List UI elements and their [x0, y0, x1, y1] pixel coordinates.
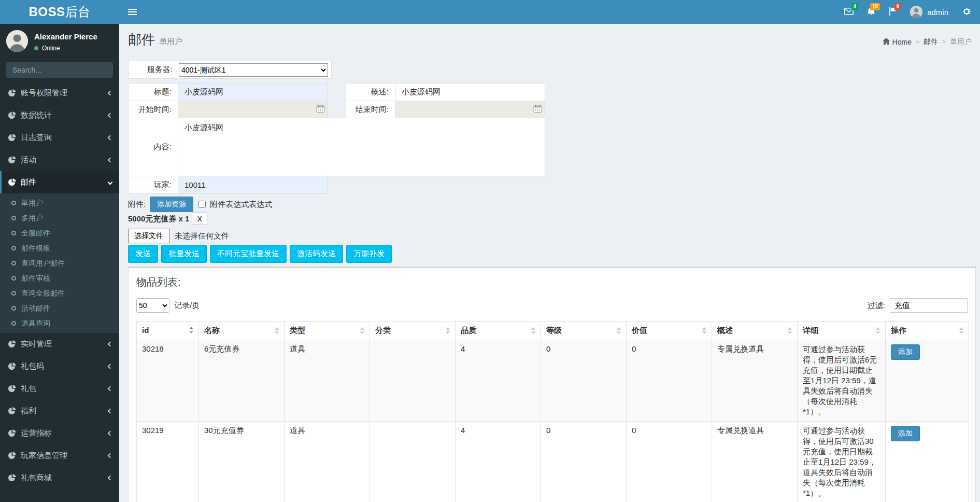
column-header-6[interactable]: 价值 [627, 322, 712, 340]
column-header-5[interactable]: 等级 [541, 322, 627, 340]
chevron-left-icon [108, 431, 113, 436]
cell-detail: 可通过参与活动获得，使用后可激活30元充值，使用日期截止至1月12日 23:59… [798, 422, 886, 502]
pie-chart-icon [8, 474, 16, 482]
sidebar-subitem-all-server-mail[interactable]: 全服邮件 [0, 226, 119, 241]
send-button[interactable]: 发送 [128, 245, 158, 263]
diff-ingot-batch-send-button[interactable]: 不同元宝批量发送 [210, 245, 287, 263]
sidebar-search [6, 62, 113, 78]
page-header: 邮件单用户 [128, 31, 182, 49]
start-time-label: 开始时间: [128, 101, 178, 118]
sidebar-subitem-item-query[interactable]: 道具查询 [0, 316, 119, 331]
search-input[interactable] [6, 62, 112, 78]
column-header-4[interactable]: 品质 [456, 322, 541, 340]
sidebar-subitem-query-user-mail[interactable]: 查询用户邮件 [0, 256, 119, 271]
sidebar-item-realtime-management[interactable]: 实时管理 [0, 333, 119, 355]
add-item-button[interactable]: 添加 [891, 426, 920, 441]
online-status-dot [34, 46, 38, 50]
breadcrumb-item-1[interactable]: 邮件 [924, 37, 938, 47]
title-input[interactable] [178, 83, 328, 101]
sidebar-item-gift-code[interactable]: 礼包码 [0, 355, 119, 378]
sidebar-item-gift-mall[interactable]: 礼包商城 [0, 467, 119, 489]
remove-attachment-button[interactable]: X [192, 213, 207, 225]
sidebar-toggle-button[interactable] [119, 0, 145, 24]
sidebar-item-log-query[interactable]: 日志查询 [0, 127, 119, 149]
sidebar-subitem-query-all-server-mail[interactable]: 查询全服邮件 [0, 286, 119, 301]
sidebar-subitem-label: 单用户 [21, 199, 43, 208]
sidebar-item-account-permission[interactable]: 账号权限管理 [0, 82, 119, 104]
cell-type: 道具 [285, 422, 370, 502]
sidebar-item-mail[interactable]: 邮件 [0, 171, 119, 193]
add-item-button[interactable]: 添加 [891, 344, 920, 360]
notifications-button[interactable]: 10 [860, 0, 882, 24]
cell-value: 0 [627, 422, 712, 502]
circle-icon [11, 321, 16, 326]
search-button[interactable] [112, 62, 113, 78]
chevron-left-icon [108, 342, 113, 347]
start-time-input[interactable] [178, 101, 328, 118]
column-header-8[interactable]: 详细 [798, 322, 886, 340]
gears-icon [962, 7, 971, 18]
breadcrumb-item-0[interactable]: Home [883, 38, 912, 46]
sidebar-subitem-mail-review[interactable]: 邮件审核 [0, 271, 119, 286]
cell-quality: 4 [456, 340, 541, 422]
add-resource-button[interactable]: 添加资源 [150, 197, 193, 212]
choose-file-button[interactable]: 选择文件 [128, 229, 169, 243]
sidebar-subitem-activity-mail[interactable]: 活动邮件 [0, 301, 119, 316]
universal-resend-button[interactable]: 万能补发 [346, 245, 392, 263]
end-time-input[interactable] [395, 101, 545, 118]
attachment-expression-checkbox[interactable] [198, 201, 206, 208]
pie-chart-icon [8, 407, 16, 415]
page-size-select[interactable]: 50 [136, 298, 169, 313]
pie-chart-icon [8, 429, 16, 437]
player-input[interactable] [178, 176, 328, 193]
sidebar-subitem-label: 查询用户邮件 [21, 259, 65, 268]
tasks-button[interactable]: 9 [882, 0, 903, 24]
column-header-3[interactable]: 分类 [370, 322, 456, 340]
column-header-0[interactable]: id [137, 322, 199, 340]
sidebar-item-label: 数据统计 [21, 110, 104, 120]
batch-send-button[interactable]: 批量发送 [161, 245, 207, 263]
breadcrumb-item-2: 单用户 [950, 37, 972, 47]
server-select[interactable]: 4001-测试区1 [179, 63, 328, 77]
sidebar-item-player-info-management[interactable]: 玩家信息管理 [0, 444, 119, 467]
cell-category [370, 422, 456, 502]
cell-level: 0 [541, 340, 627, 422]
sidebar-subitem-label: 邮件模板 [21, 244, 50, 253]
table-row: 302186元充值券道具400专属兑换道具可通过参与活动获得，使用后可激活6元充… [137, 340, 969, 422]
column-header-2[interactable]: 类型 [285, 322, 370, 340]
column-header-7[interactable]: 概述 [712, 322, 798, 340]
sidebar-item-welfare[interactable]: 福利 [0, 400, 119, 422]
sidebar-item-activity[interactable]: 活动 [0, 149, 119, 171]
content-cell [178, 118, 545, 176]
sidebar-subitem-mail-template[interactable]: 邮件模板 [0, 241, 119, 256]
activation-code-send-button[interactable]: 激活码发送 [290, 245, 343, 263]
chevron-left-icon [108, 158, 113, 163]
app-logo[interactable]: BOSS后台 [0, 0, 119, 24]
sidebar-submenu-mail: 单用户多用户全服邮件邮件模板查询用户邮件邮件审核查询全服邮件活动邮件道具查询 [0, 193, 119, 333]
column-header-9[interactable]: 操作 [886, 322, 969, 340]
sidebar-subitem-single-user[interactable]: 单用户 [0, 196, 119, 211]
sidebar-item-operation-metrics[interactable]: 运营指标 [0, 422, 119, 444]
user-avatar [910, 6, 922, 18]
user-menu[interactable]: admin [903, 0, 955, 24]
sidebar-item-label: 运营指标 [21, 428, 104, 438]
send-actions-row: 发送批量发送不同元宝批量发送激活码发送万能补发 [128, 245, 392, 263]
cell-name: 30元充值券 [199, 422, 285, 502]
column-label: 详细 [803, 326, 873, 336]
settings-button[interactable] [955, 0, 978, 24]
column-label: 分类 [375, 326, 443, 336]
column-header-1[interactable]: 名称 [199, 322, 285, 340]
summary-input[interactable] [395, 83, 545, 101]
page-subtitle: 单用户 [159, 37, 182, 46]
chevron-left-icon [108, 135, 113, 141]
filter-input[interactable] [890, 298, 968, 313]
sidebar-subitem-label: 道具查询 [21, 319, 50, 328]
sidebar-subitem-multi-user[interactable]: 多用户 [0, 211, 119, 226]
messages-button[interactable]: 4 [837, 0, 860, 24]
chevron-left-icon [108, 409, 113, 414]
circle-icon [11, 291, 16, 296]
sidebar-item-gift-pack[interactable]: 礼包 [0, 378, 119, 400]
sidebar-item-data-statistics[interactable]: 数据统计 [0, 104, 119, 127]
content-textarea[interactable] [178, 118, 545, 176]
logo-light: 后台 [65, 4, 91, 20]
